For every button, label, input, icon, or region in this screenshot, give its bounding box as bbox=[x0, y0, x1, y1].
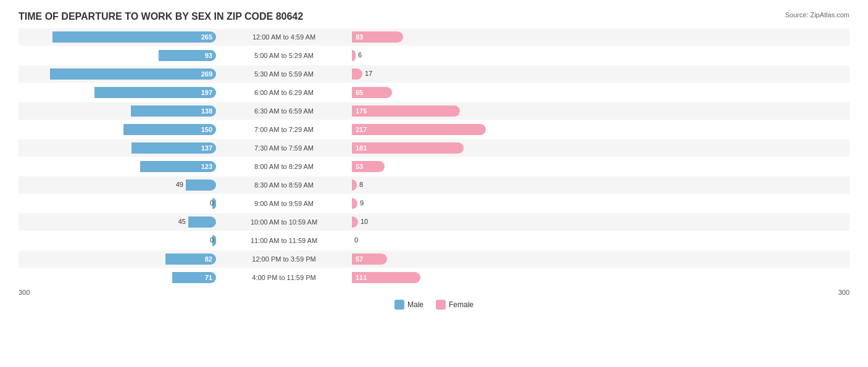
bar-row: 123 8:00 AM to 8:29 AM 53 bbox=[19, 158, 849, 175]
male-bar bbox=[186, 179, 216, 191]
male-bar: 71 bbox=[172, 272, 216, 283]
right-section: 17 bbox=[352, 65, 849, 83]
female-value: 111 bbox=[352, 274, 367, 281]
female-bar: 175 bbox=[352, 105, 460, 117]
left-section: 45 bbox=[19, 213, 216, 231]
bar-row: 138 6:30 AM to 6:59 AM 175 bbox=[19, 102, 849, 120]
chart-container: TIME OF DEPARTURE TO WORK BY SEX IN ZIP … bbox=[0, 0, 868, 367]
time-label: 10:00 AM to 10:59 AM bbox=[216, 218, 352, 226]
left-section: 0 bbox=[19, 232, 216, 249]
bar-row: 49 8:30 AM to 8:59 AM 8 bbox=[19, 176, 849, 194]
female-bar: 65 bbox=[352, 87, 392, 98]
right-section: 9 bbox=[352, 195, 849, 212]
bar-row: 269 5:30 AM to 5:59 AM 17 bbox=[19, 65, 849, 83]
rows-area: 265 12:00 AM to 4:59 AM 83 93 bbox=[19, 28, 849, 286]
right-section: 65 bbox=[352, 84, 849, 101]
male-value: 123 bbox=[201, 163, 212, 170]
legend-female-color bbox=[436, 300, 446, 310]
male-value-outside: 0 bbox=[210, 236, 214, 244]
bar-row: 137 7:30 AM to 7:59 AM 181 bbox=[19, 139, 849, 157]
male-value: 137 bbox=[201, 144, 212, 152]
female-bar: 57 bbox=[352, 254, 387, 265]
left-section: 150 bbox=[19, 121, 216, 138]
legend-male-label: Male bbox=[407, 300, 424, 309]
female-value: 175 bbox=[352, 107, 367, 115]
male-bar: 265 bbox=[52, 31, 216, 43]
left-section: 269 bbox=[19, 65, 216, 83]
right-section: 217 bbox=[352, 121, 849, 138]
female-bar: 181 bbox=[352, 142, 464, 154]
bar-row: 197 6:00 AM to 6:29 AM 65 bbox=[19, 84, 849, 101]
male-bar: 123 bbox=[140, 161, 216, 172]
time-label: 5:30 AM to 5:59 AM bbox=[216, 70, 352, 78]
right-section: 10 bbox=[352, 213, 849, 231]
female-bar: 217 bbox=[352, 124, 486, 135]
legend-male: Male bbox=[394, 300, 424, 310]
bar-row: 0 9:00 AM to 9:59 AM 9 bbox=[19, 195, 849, 212]
male-bar: 137 bbox=[131, 142, 216, 154]
bar-row: 71 4:00 PM to 11:59 PM 111 bbox=[19, 269, 849, 286]
legend-female-label: Female bbox=[449, 300, 474, 309]
male-value: 265 bbox=[201, 33, 212, 41]
time-label: 8:00 AM to 8:29 AM bbox=[216, 163, 352, 170]
time-label: 12:00 AM to 4:59 AM bbox=[216, 33, 352, 41]
male-value-outside: 0 bbox=[210, 199, 214, 207]
time-label: 7:00 AM to 7:29 AM bbox=[216, 126, 352, 133]
left-section: 197 bbox=[19, 84, 216, 101]
right-section: 6 bbox=[352, 47, 849, 64]
legend-female: Female bbox=[436, 300, 474, 310]
male-value: 197 bbox=[201, 89, 212, 96]
right-section: 83 bbox=[352, 28, 849, 46]
female-bar bbox=[352, 198, 357, 209]
bar-row: 45 10:00 AM to 10:59 AM 10 bbox=[19, 213, 849, 231]
time-label: 8:30 AM to 8:59 AM bbox=[216, 181, 352, 189]
female-value-outside: 9 bbox=[360, 199, 364, 207]
left-section: 71 bbox=[19, 269, 216, 286]
female-value-outside: 8 bbox=[359, 181, 363, 188]
female-value-outside: 0 bbox=[354, 236, 358, 244]
legend: Male Female bbox=[19, 300, 849, 310]
female-value: 217 bbox=[352, 126, 367, 133]
time-label: 11:00 AM to 11:59 AM bbox=[216, 237, 352, 244]
male-value-outside: 49 bbox=[176, 181, 183, 188]
chart-title: TIME OF DEPARTURE TO WORK BY SEX IN ZIP … bbox=[19, 11, 849, 22]
bar-row: 82 12:00 PM to 3:59 PM 57 bbox=[19, 250, 849, 268]
time-label: 6:00 AM to 6:29 AM bbox=[216, 89, 352, 96]
male-value: 71 bbox=[205, 274, 212, 281]
female-value-outside: 17 bbox=[365, 70, 372, 77]
left-section: 265 bbox=[19, 28, 216, 46]
female-bar: 83 bbox=[352, 31, 403, 43]
right-section: 181 bbox=[352, 139, 849, 157]
male-bar: 150 bbox=[123, 124, 216, 135]
right-section: 53 bbox=[352, 158, 849, 175]
female-value-outside: 6 bbox=[358, 51, 362, 59]
female-value: 181 bbox=[352, 144, 367, 152]
bar-row: 150 7:00 AM to 7:29 AM 217 bbox=[19, 121, 849, 138]
female-bar: 53 bbox=[352, 161, 385, 172]
male-value: 82 bbox=[205, 255, 212, 263]
right-section: 8 bbox=[352, 176, 849, 194]
male-bar: 138 bbox=[131, 105, 216, 117]
right-section: 111 bbox=[352, 269, 849, 286]
female-bar bbox=[352, 50, 356, 61]
time-label: 6:30 AM to 6:59 AM bbox=[216, 107, 352, 115]
left-section: 138 bbox=[19, 102, 216, 120]
female-bar bbox=[352, 68, 362, 80]
male-value: 138 bbox=[201, 107, 212, 115]
time-label: 7:30 AM to 7:59 AM bbox=[216, 144, 352, 152]
axis-left: 300 bbox=[19, 289, 30, 296]
female-value: 53 bbox=[352, 163, 363, 170]
male-bar bbox=[188, 216, 216, 228]
time-label: 9:00 AM to 9:59 AM bbox=[216, 200, 352, 207]
left-section: 0 bbox=[19, 195, 216, 212]
male-bar: 269 bbox=[50, 68, 216, 80]
time-label: 12:00 PM to 3:59 PM bbox=[216, 255, 352, 263]
axis-labels: 300 300 bbox=[19, 289, 849, 296]
female-bar bbox=[352, 216, 358, 228]
male-bar: 197 bbox=[94, 87, 216, 98]
female-value-outside: 10 bbox=[361, 218, 368, 225]
female-value: 65 bbox=[352, 89, 363, 96]
male-value-outside: 45 bbox=[178, 218, 186, 225]
male-value: 269 bbox=[201, 70, 212, 78]
legend-male-color bbox=[394, 300, 404, 310]
